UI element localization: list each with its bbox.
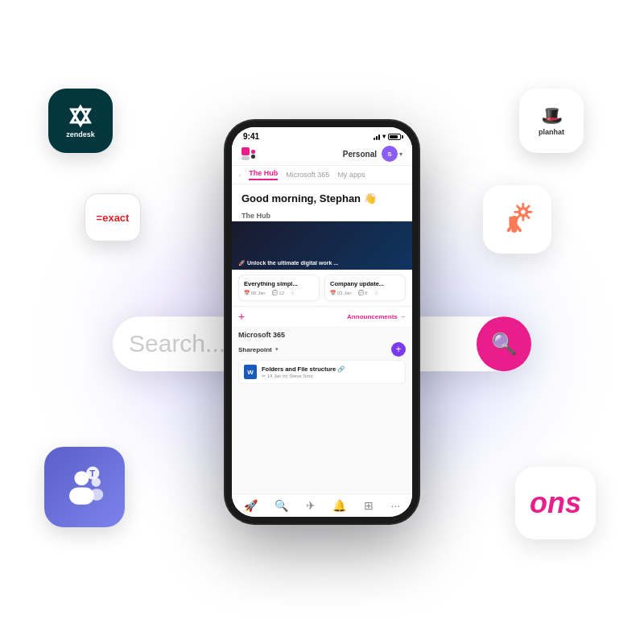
hubspot-logo-icon	[495, 197, 539, 242]
ons-label: ons	[530, 486, 581, 520]
tab-m365[interactable]: Microsoft 365	[286, 171, 329, 179]
file-info: Folders and File structure 🔗 ✏ 14 Jan by…	[262, 365, 400, 378]
file-meta: ✏ 14 Jan by Steve Smit	[262, 373, 400, 378]
card-2-star: ☆	[374, 290, 378, 295]
status-icons: ▾	[374, 133, 401, 140]
phone-screen: 9:41 ▾	[232, 127, 412, 517]
status-time: 9:41	[243, 132, 259, 141]
wifi-icon: ▾	[382, 133, 386, 140]
svg-point-3	[521, 210, 526, 215]
zendesk-label: zendesk	[66, 130, 95, 138]
card-2-title: Company update...	[330, 280, 400, 287]
phone-content: Good morning, Stephan 👋 The Hub 🚀 Unlock…	[232, 184, 412, 493]
status-bar: 9:41 ▾	[232, 127, 412, 142]
card-2-comments: 💬 6	[358, 290, 370, 295]
svg-line-11	[518, 216, 520, 218]
teams-logo-icon: T	[59, 461, 111, 514]
card-2: Company update... 📅 03 Jan 💬 6 ☆	[324, 275, 406, 301]
avatar: S	[382, 146, 398, 162]
svg-point-21	[91, 477, 100, 486]
m365-section: Microsoft 365 Sharepoint ▾ + W Folders a…	[232, 326, 412, 389]
logo-square-1	[242, 147, 250, 155]
nav-grid-icon[interactable]: ⊞	[364, 499, 374, 512]
bottom-nav: 🚀 🔍 ✈ 🔔 ⊞ ···	[232, 493, 412, 517]
exact-app-icon[interactable]: =exact	[85, 193, 141, 242]
word-icon: W	[244, 365, 257, 379]
zendesk-app-icon[interactable]: zendesk	[48, 89, 113, 153]
nav-search-icon[interactable]: 🔍	[275, 499, 288, 512]
search-button[interactable]: 🔍	[477, 316, 531, 371]
svg-line-8	[518, 206, 520, 208]
hubspot-app-icon[interactable]	[483, 185, 551, 254]
m365-title: Microsoft 365	[238, 331, 406, 339]
add-file-button[interactable]: +	[391, 342, 406, 357]
card-1-comments: 💬 12	[272, 290, 287, 295]
teams-app-icon[interactable]: T	[44, 447, 125, 527]
card-2-date: 📅 03 Jan	[330, 290, 354, 295]
svg-point-19	[74, 471, 89, 485]
file-row: W Folders and File structure 🔗 ✏ 14 Jan …	[238, 360, 406, 384]
hub-image-text: 🚀 Unlock the ultimate digital work ...	[238, 260, 338, 266]
battery-icon	[388, 134, 401, 140]
greeting-text: Good morning, Stephan 👋	[242, 192, 377, 204]
svg-text:T: T	[89, 468, 95, 477]
sharepoint-header: Sharepoint ▾ +	[238, 342, 406, 357]
cards-row: Everything simpl... 📅 06 Jan 💬 12 ☆ Comp…	[232, 270, 412, 306]
app-logo	[242, 147, 255, 160]
workspace-label: Personal	[343, 150, 377, 159]
sharepoint-label: Sharepoint	[238, 346, 272, 353]
app-header: Personal S ▾	[232, 142, 412, 166]
hub-image: 🚀 Unlock the ultimate digital work ...	[232, 221, 412, 270]
nav-tabs: › The Hub Microsoft 365 My apps	[232, 166, 412, 184]
planhat-app-icon[interactable]: 🎩 planhat	[519, 89, 584, 153]
hub-label: The Hub	[232, 208, 412, 221]
tab-hub[interactable]: The Hub	[249, 169, 278, 180]
card-1-title: Everything simpl...	[244, 280, 314, 287]
nav-share-icon[interactable]: ✈	[306, 499, 316, 512]
file-name: Folders and File structure 🔗	[262, 365, 400, 373]
ons-app-icon[interactable]: ons	[515, 467, 596, 539]
card-2-meta: 📅 03 Jan 💬 6 ☆	[330, 290, 400, 295]
svg-line-9	[526, 216, 529, 218]
svg-line-10	[526, 206, 529, 208]
phone-mockup: 9:41 ▾	[225, 121, 419, 523]
nav-bell-icon[interactable]: 🔔	[332, 499, 346, 512]
planhat-label: planhat	[539, 128, 564, 136]
signal-icon	[374, 134, 380, 140]
zendesk-logo-icon	[68, 103, 93, 129]
announcements-row: + Announcements →	[232, 306, 412, 326]
nav-home-icon[interactable]: 🚀	[244, 499, 258, 512]
nav-arrow-icon: ›	[238, 171, 241, 180]
search-icon: 🔍	[491, 332, 517, 357]
svg-rect-22	[90, 489, 103, 501]
card-1-star: ☆	[291, 290, 295, 295]
greeting-section: Good morning, Stephan 👋	[232, 184, 412, 208]
nav-more-icon[interactable]: ···	[391, 499, 401, 512]
card-1: Everything simpl... 📅 06 Jan 💬 12 ☆	[238, 275, 320, 301]
exact-label: =exact	[97, 212, 130, 224]
card-1-meta: 📅 06 Jan 💬 12 ☆	[244, 290, 314, 295]
planhat-hat-icon: 🎩	[541, 105, 563, 126]
tab-myapps[interactable]: My apps	[337, 171, 365, 179]
card-1-date: 📅 06 Jan	[244, 290, 268, 295]
add-announcement-button[interactable]: +	[238, 310, 245, 323]
announcements-link[interactable]: Announcements →	[347, 313, 406, 320]
sharepoint-chevron-icon: ▾	[275, 346, 279, 353]
chevron-down-icon: ▾	[399, 151, 402, 158]
main-scene: Search... 🔍 9:41 ▾	[0, 0, 644, 644]
